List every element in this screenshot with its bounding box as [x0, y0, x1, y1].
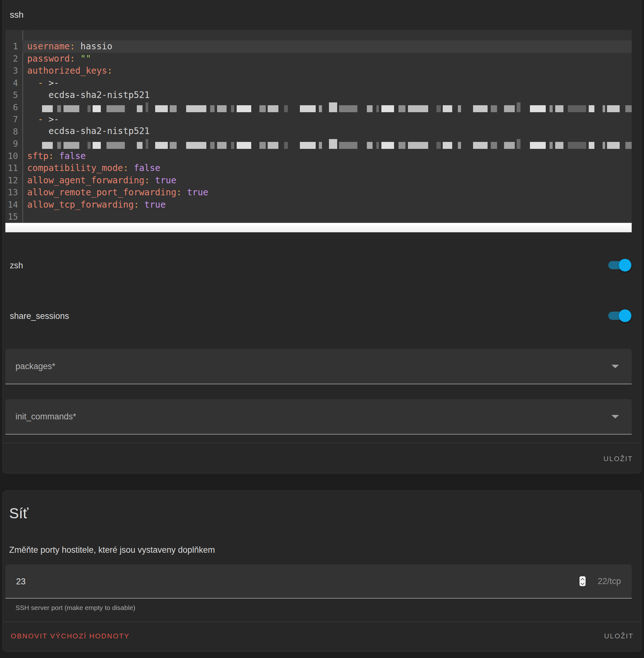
port-stepper[interactable] — [579, 576, 585, 586]
share-sessions-toggle[interactable] — [608, 308, 630, 323]
code-text: allow_tcp_forwarding: true — [22, 199, 632, 211]
ssh-port-field: 22/tcp — [5, 564, 632, 598]
code-line[interactable]: 12allow_agent_forwarding: true — [5, 175, 632, 187]
line-number: 6 — [5, 101, 22, 114]
port-helper-text: SSH server port (make empty to disable) — [16, 604, 135, 612]
code-line[interactable]: 11compatibility_mode: false — [5, 162, 632, 175]
init-commands-select-label: init_commands* — [16, 412, 76, 422]
code-line[interactable]: 3authorized_keys: — [5, 65, 632, 77]
code-line[interactable]: 13allow_remote_port_forwarding: true — [5, 186, 632, 199]
editor-lines: 1username: hassio2password: ""3authorize… — [5, 41, 632, 223]
line-number: 13 — [5, 186, 22, 199]
code-line[interactable]: 10sftp: false — [5, 150, 632, 162]
code-line[interactable]: 14allow_tcp_forwarding: true — [5, 199, 632, 211]
code-text: ecdsa-sha2-nistp521 — [22, 126, 632, 138]
code-text — [22, 211, 632, 223]
chevron-down-icon — [612, 365, 619, 368]
divider — [3, 443, 641, 443]
port-input[interactable] — [16, 564, 143, 598]
line-number: 15 — [5, 211, 22, 223]
zsh-toggle[interactable] — [608, 257, 630, 273]
code-line[interactable]: 1username: hassio — [5, 41, 632, 53]
save-button[interactable]: ULOŽIT — [604, 632, 634, 640]
share-sessions-label: share_sessions — [10, 311, 69, 321]
line-number: 2 — [5, 53, 22, 65]
editor-horizontal-scrollbar[interactable] — [5, 223, 632, 232]
ssh-field-label: ssh — [10, 10, 24, 20]
code-line[interactable]: 8 ecdsa-sha2-nistp521 — [5, 126, 632, 138]
code-text: username: hassio — [22, 41, 632, 53]
code-text: - >- — [22, 113, 632, 126]
network-section-subtitle: Změňte porty hostitele, které jsou vysta… — [9, 545, 215, 555]
yaml-editor[interactable]: 1username: hassio2password: ""3authorize… — [5, 30, 632, 223]
line-number: 10 — [5, 150, 22, 162]
line-number: 11 — [5, 162, 22, 175]
line-number: 7 — [5, 113, 22, 126]
chevron-down-icon — [612, 415, 619, 418]
code-line[interactable]: 9 — [5, 138, 632, 150]
line-number: 14 — [5, 199, 22, 211]
redacted-key-blocks — [42, 103, 632, 112]
code-text: sftp: false — [22, 150, 632, 162]
code-line[interactable]: 6 — [5, 101, 632, 114]
divider — [3, 622, 641, 622]
code-line[interactable]: 15 — [5, 211, 632, 223]
code-text: - >- — [22, 77, 632, 89]
port-suffix-label: 22/tcp — [598, 576, 621, 586]
code-text: ecdsa-sha2-nistp521 — [22, 89, 632, 101]
toggle-thumb — [619, 310, 631, 322]
line-number: 8 — [5, 126, 22, 138]
reset-defaults-button[interactable]: OBNOVIT VÝCHOZÍ HODNOTY — [11, 632, 130, 640]
network-section-title: Síť — [9, 505, 28, 522]
line-number: 9 — [5, 138, 22, 150]
code-text: password: "" — [22, 53, 632, 65]
code-line[interactable]: 4 - >- — [5, 77, 632, 89]
code-text: compatibility_mode: false — [22, 162, 632, 175]
network-card: Síť Změňte porty hostitele, které jsou v… — [2, 491, 642, 652]
packages-select-label: packages* — [16, 362, 55, 371]
code-text: allow_remote_port_forwarding: true — [22, 186, 632, 199]
line-number: 12 — [5, 175, 22, 187]
toggle-thumb — [619, 259, 631, 271]
stepper-down-icon[interactable] — [580, 581, 584, 585]
line-number: 1 — [5, 41, 22, 53]
line-number: 4 — [5, 77, 22, 89]
code-line[interactable]: 5 ecdsa-sha2-nistp521 — [5, 89, 632, 101]
code-text — [22, 101, 632, 114]
code-text: authorized_keys: — [22, 65, 632, 77]
line-number: 3 — [5, 65, 22, 77]
init-commands-select[interactable]: init_commands* — [5, 399, 632, 435]
code-line[interactable]: 7 - >- — [5, 113, 632, 126]
code-line[interactable]: 2password: "" — [5, 53, 632, 65]
code-text — [22, 138, 632, 150]
packages-select[interactable]: packages* — [5, 349, 632, 384]
zsh-label: zsh — [10, 261, 23, 271]
ssh-config-card: ssh 1username: hassio2password: ""3autho… — [2, 0, 642, 473]
redacted-key-blocks — [42, 139, 632, 149]
save-button[interactable]: ULOŽIT — [603, 455, 633, 463]
code-text: allow_agent_forwarding: true — [22, 175, 632, 187]
line-number: 5 — [5, 89, 22, 101]
